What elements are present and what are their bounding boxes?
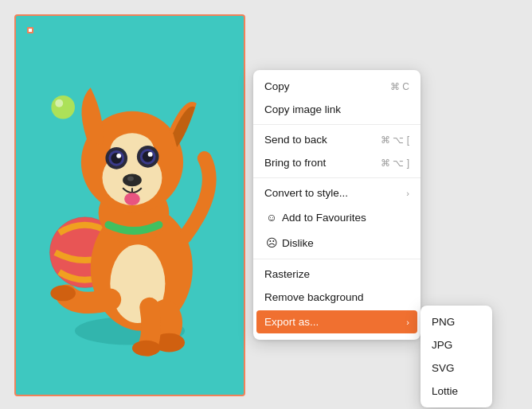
submenu-item-svg[interactable]: SVG [421,356,492,380]
menu-item-remove-background-label: Remove background [264,291,409,303]
submenu-item-png[interactable]: PNG [421,310,492,333]
svg-point-8 [50,286,76,302]
separator-1 [253,124,421,125]
svg-point-9 [132,341,161,356]
separator-2 [253,177,421,178]
menu-item-send-to-back-label: Send to back [264,134,381,146]
svg-point-25 [51,95,75,119]
svg-point-24 [124,193,140,205]
svg-point-21 [148,152,153,157]
svg-point-26 [55,99,63,107]
menu-item-dislike-label: ☹ Dislike [264,236,409,250]
menu-item-copy-label: Copy [264,80,390,92]
separator-3 [253,259,421,259]
heart-icon: ☺ [264,210,279,224]
menu-item-copy-image-link[interactable]: Copy image link [253,98,421,121]
menu-item-convert-to-style-label: Convert to style... [264,187,406,199]
menu-item-bring-to-front-label: Bring to front [264,157,381,169]
resize-handle-tl[interactable] [27,27,33,33]
selected-image[interactable] [14,14,245,396]
dislike-icon: ☹ [264,236,279,250]
menu-item-add-to-favourites-label: ☺ Add to Favourites [264,210,409,224]
submenu-arrow-export: › [406,317,409,327]
menu-item-convert-to-style[interactable]: Convert to style... › [253,181,421,204]
menu-item-remove-background[interactable]: Remove background [253,286,421,309]
menu-item-send-to-back-shortcut: ⌘ ⌥ [ [381,134,409,146]
submenu-item-jpg[interactable]: JPG [421,333,492,356]
menu-item-copy-shortcut: ⌘ C [390,81,409,92]
submenu-arrow-convert: › [406,189,409,198]
menu-item-rasterize[interactable]: Rasterize [253,263,421,286]
submenu-item-lottie[interactable]: Lottie [421,380,492,403]
menu-item-send-to-back[interactable]: Send to back ⌘ ⌥ [ [253,128,421,151]
menu-item-bring-to-front[interactable]: Bring to front ⌘ ⌥ ] [253,151,421,174]
menu-item-bring-to-front-shortcut: ⌘ ⌥ ] [381,158,409,169]
canvas: Copy ⌘ C Copy image link Send to back ⌘ … [0,0,532,409]
menu-item-export-as[interactable]: Export as... › PNG JPG SVG Lottie [256,310,417,333]
menu-item-rasterize-label: Rasterize [264,268,409,280]
export-submenu: PNG JPG SVG Lottie [421,306,492,407]
menu-item-dislike[interactable]: ☹ Dislike [253,230,421,255]
menu-item-export-as-label: Export as... [264,316,406,328]
svg-point-23 [127,177,134,181]
menu-item-add-to-favourites[interactable]: ☺ Add to Favourites [253,204,421,230]
menu-item-copy[interactable]: Copy ⌘ C [253,75,421,98]
context-menu: Copy ⌘ C Copy image link Send to back ⌘ … [253,70,421,340]
menu-item-copy-image-link-label: Copy image link [264,103,409,115]
svg-point-17 [116,154,121,158]
